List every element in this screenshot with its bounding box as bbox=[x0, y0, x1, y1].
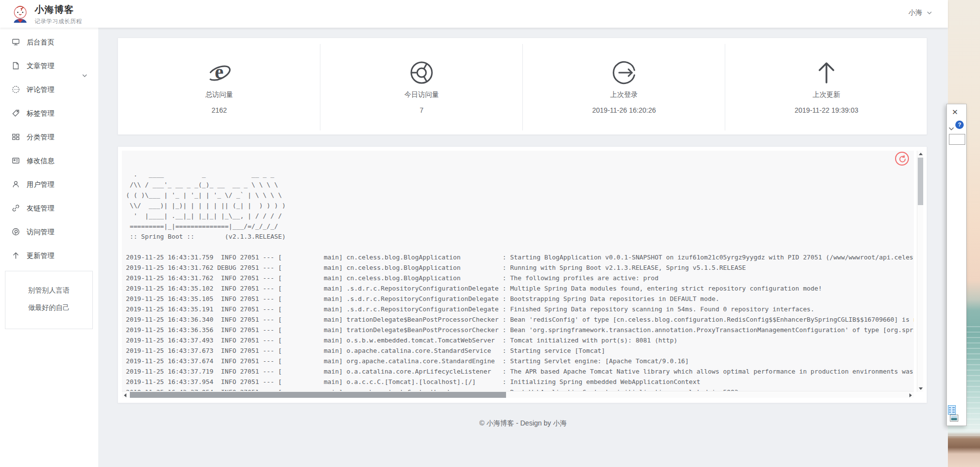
console-line: =========|_|==============|___/=/_/_/_/ bbox=[126, 221, 914, 231]
sidebar-item-label: 用户管理 bbox=[27, 180, 54, 188]
vertical-scrollbar[interactable] bbox=[917, 151, 923, 392]
stat-value: 2162 bbox=[118, 106, 320, 114]
update-icon bbox=[725, 60, 928, 87]
avatar-image bbox=[11, 4, 30, 23]
console-line: 2019-11-25 16:43:36.340 INFO 27051 --- [… bbox=[126, 314, 914, 325]
sidebar-item-label: 更新管理 bbox=[27, 252, 54, 259]
console-line: 2019-11-25 16:43:37.493 INFO 27051 --- [… bbox=[126, 335, 914, 345]
console-line bbox=[126, 159, 914, 169]
sidebar-item-updates[interactable]: 更新管理 bbox=[0, 244, 98, 267]
idcard-icon bbox=[12, 150, 20, 158]
sidebar-item-label: 后台首页 bbox=[27, 38, 54, 46]
sidebar-item-profile[interactable]: 修改信息 bbox=[0, 149, 98, 172]
console-line: 2019-11-25 16:43:35.102 INFO 27051 --- [… bbox=[126, 283, 914, 294]
console-line: \\/ ___)| |_)| | | | | || (_| | ) ) ) ) bbox=[126, 200, 914, 211]
sidebar-item-tags[interactable]: 标签管理 bbox=[0, 101, 98, 125]
sidebar-item-label: 分类管理 bbox=[27, 133, 54, 141]
console-line bbox=[126, 242, 914, 252]
log-card: . ____ _ __ _ _ /\\ / ___'_ __ _ _(_)_ _… bbox=[118, 146, 927, 403]
sidebar-item-label: 评论管理 bbox=[27, 85, 54, 93]
console-line: 2019-11-25 16:43:31.762 INFO 27051 --- [… bbox=[126, 273, 914, 283]
tag-icon bbox=[12, 103, 20, 111]
console-line: ' |____| .__|_| |_|_| |_\__, | / / / / bbox=[126, 211, 914, 221]
screen: 小海博客 记录学习成长历程 小海 后台首页 bbox=[0, 0, 980, 467]
chrome-logo-icon bbox=[320, 60, 523, 87]
refresh-icon bbox=[898, 155, 907, 164]
link-icon bbox=[12, 198, 20, 206]
scroll-up-arrow[interactable] bbox=[919, 153, 923, 155]
browser-page: 小海博客 记录学习成长历程 小海 后台首页 bbox=[0, 0, 948, 467]
stat-label: 今日访问量 bbox=[320, 90, 523, 99]
sidebar-item-dashboard[interactable]: 后台首页 bbox=[0, 30, 98, 54]
compass-icon bbox=[12, 221, 20, 229]
comment-icon bbox=[12, 79, 20, 87]
dialog-input[interactable] bbox=[949, 134, 965, 145]
stat-value: 2019-11-22 19:39:03 bbox=[725, 106, 928, 114]
sidebar-item-users[interactable]: 用户管理 bbox=[0, 172, 98, 196]
stats-card: e 总访问量 2162 今日访问量 7 bbox=[118, 38, 927, 135]
sidebar-item-label: 标签管理 bbox=[27, 109, 54, 117]
stat-last-update: 上次更新 2019-11-22 19:39:03 bbox=[725, 38, 928, 135]
app-title: 小海博客 bbox=[35, 3, 82, 16]
document-icon bbox=[12, 55, 20, 63]
refresh-button[interactable] bbox=[895, 152, 909, 166]
sidebar-item-label: 修改信息 bbox=[27, 157, 54, 165]
horizontal-scroll-thumb[interactable] bbox=[130, 392, 506, 398]
view-mode-toggle bbox=[948, 405, 966, 424]
side-dialog: ✕ ? bbox=[946, 104, 967, 426]
console-line: 2019-11-25 16:43:37.674 INFO 27051 --- [… bbox=[126, 356, 914, 366]
sidebar-quote: 别管别人言语 做最好的自己 bbox=[5, 271, 93, 329]
vertical-scroll-thumb[interactable] bbox=[918, 158, 923, 205]
log-console: . ____ _ __ _ _ /\\ / ___'_ __ _ _(_)_ _… bbox=[122, 151, 914, 398]
sidebar-item-categories[interactable]: 分类管理 bbox=[0, 125, 98, 149]
quote-line: 别管别人言语 bbox=[5, 282, 92, 299]
logo-avatar[interactable] bbox=[11, 4, 30, 23]
console-line: ( ( )\___ | '_ | '_| | '_ \/ _` | \ \ \ … bbox=[126, 190, 914, 200]
scroll-left-arrow[interactable] bbox=[124, 393, 126, 397]
help-icon[interactable]: ? bbox=[955, 121, 964, 129]
stat-value: 2019-11-26 16:20:26 bbox=[523, 106, 725, 114]
up-arrow-icon bbox=[12, 245, 20, 253]
console-line: 2019-11-25 16:43:35.191 INFO 27051 --- [… bbox=[126, 304, 914, 314]
stat-today-visits: 今日访问量 7 bbox=[320, 38, 523, 135]
sidebar: 后台首页 文章管理 评论管理 bbox=[0, 28, 98, 467]
scroll-down-arrow[interactable] bbox=[919, 387, 923, 390]
monitor-icon bbox=[12, 32, 20, 40]
chevron-down-icon[interactable] bbox=[948, 124, 954, 133]
details-view-icon[interactable] bbox=[948, 405, 956, 415]
sidebar-item-label: 友链管理 bbox=[27, 204, 54, 212]
chevron-down-icon bbox=[927, 11, 932, 15]
ie-logo-icon: e bbox=[118, 60, 320, 87]
grid-icon bbox=[12, 127, 20, 134]
close-icon[interactable]: ✕ bbox=[952, 108, 958, 116]
user-name: 小海 bbox=[908, 8, 922, 16]
stat-label: 上次更新 bbox=[725, 90, 928, 99]
console-line: 2019-11-25 16:43:37.673 INFO 27051 --- [… bbox=[126, 345, 914, 356]
console-line: 2019-11-25 16:43:31.762 DEBUG 27051 --- … bbox=[126, 262, 914, 273]
sidebar-item-label: 文章管理 bbox=[27, 62, 54, 70]
app-header: 小海博客 记录学习成长历程 小海 bbox=[0, 0, 948, 28]
console-line: :: Spring Boot :: (v2.1.3.RELEASE) bbox=[126, 231, 914, 242]
stat-last-login: 上次登录 2019-11-26 16:20:26 bbox=[523, 38, 725, 135]
login-icon bbox=[523, 60, 725, 87]
console-line: 2019-11-25 16:43:37.719 INFO 27051 --- [… bbox=[126, 366, 914, 377]
horizontal-scrollbar[interactable] bbox=[122, 391, 914, 398]
sidebar-item-comments[interactable]: 评论管理 bbox=[0, 78, 98, 101]
console-line: 2019-11-25 16:43:36.356 INFO 27051 --- [… bbox=[126, 325, 914, 335]
user-icon bbox=[12, 174, 20, 182]
scroll-right-arrow[interactable] bbox=[909, 393, 912, 397]
stat-total-visits: e 总访问量 2162 bbox=[118, 38, 320, 135]
sidebar-item-visits[interactable]: 访问管理 bbox=[0, 220, 98, 244]
stat-label: 上次登录 bbox=[523, 90, 725, 99]
console-line: . ____ _ __ _ _ bbox=[126, 169, 914, 179]
console-line: /\\ / ___'_ __ _ _(_)_ __ __ _ \ \ \ \ bbox=[126, 179, 914, 190]
sidebar-item-articles[interactable]: 文章管理 bbox=[0, 54, 98, 78]
console-line: 2019-11-25 16:43:31.759 INFO 27051 --- [… bbox=[126, 252, 914, 262]
console-lines: . ____ _ __ _ _ /\\ / ___'_ __ _ _(_)_ _… bbox=[126, 159, 914, 397]
stat-value: 7 bbox=[320, 106, 523, 114]
thumbnail-view-icon[interactable] bbox=[950, 415, 958, 424]
stat-label: 总访问量 bbox=[118, 90, 320, 99]
user-menu[interactable]: 小海 bbox=[908, 8, 932, 17]
app-subtitle: 记录学习成长历程 bbox=[35, 18, 82, 25]
sidebar-item-links[interactable]: 友链管理 bbox=[0, 196, 98, 220]
